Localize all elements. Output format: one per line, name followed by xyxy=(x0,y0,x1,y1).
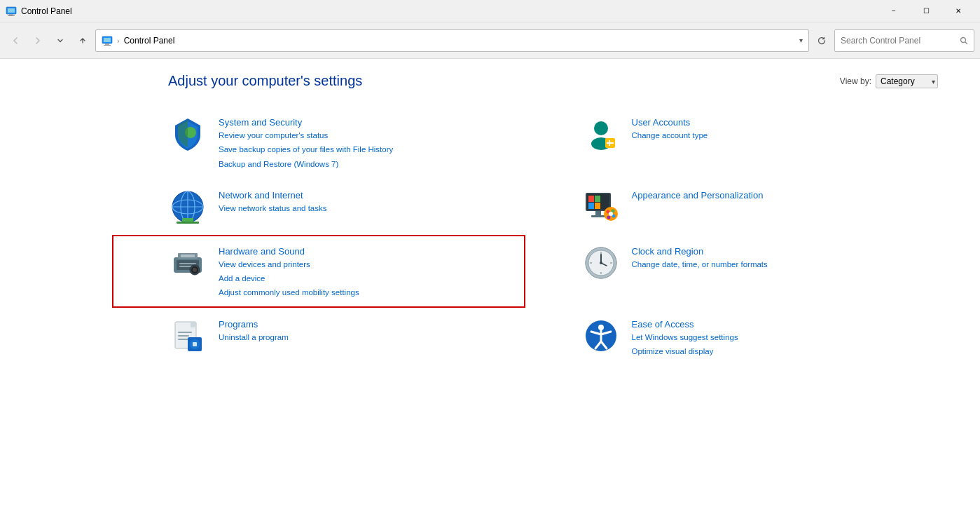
link-backup-restore[interactable]: Backup and Restore (Windows 7) xyxy=(219,158,393,170)
link-suggest-settings[interactable]: Let Windows suggest settings xyxy=(632,332,738,344)
link-change-account[interactable]: Change account type xyxy=(632,130,708,142)
view-by-label: View by: xyxy=(840,76,871,86)
restore-button[interactable]: ☐ xyxy=(910,0,942,22)
svg-rect-20 xyxy=(182,218,193,222)
appearance-text: Appearance and Personalization xyxy=(632,187,764,201)
page-title: Adjust your computer's settings xyxy=(168,73,362,89)
close-button[interactable]: ✕ xyxy=(942,0,974,22)
dropdown-button[interactable] xyxy=(50,31,70,50)
link-file-history[interactable]: Save backup copies of your files with Fi… xyxy=(219,144,393,156)
svg-point-8 xyxy=(961,37,966,42)
app-icon xyxy=(6,6,17,17)
svg-rect-41 xyxy=(181,254,195,257)
svg-rect-3 xyxy=(8,15,15,16)
user-accounts-text: User Accounts Change account type xyxy=(632,114,708,142)
category-hardware: Hardware and Sound View devices and prin… xyxy=(112,235,525,308)
link-add-device[interactable]: Add a device xyxy=(219,273,359,285)
svg-point-51 xyxy=(600,262,602,264)
forward-button[interactable] xyxy=(28,31,48,50)
address-chevron-icon[interactable]: ▾ xyxy=(799,36,803,44)
svg-rect-24 xyxy=(588,196,594,202)
link-date-time[interactable]: Change date, time, or number formats xyxy=(632,259,768,271)
svg-rect-6 xyxy=(105,43,109,45)
back-button[interactable] xyxy=(6,31,25,50)
svg-rect-29 xyxy=(591,215,605,217)
search-box[interactable] xyxy=(834,29,974,52)
svg-point-45 xyxy=(193,268,195,269)
clock-icon xyxy=(581,243,621,283)
category-user-accounts: User Accounts Change account type xyxy=(525,106,939,179)
svg-rect-14 xyxy=(609,140,610,146)
link-network-status[interactable]: View network status and tasks xyxy=(219,203,326,215)
network-icon xyxy=(168,187,207,226)
programs-icon xyxy=(168,316,207,355)
window-controls: − ☐ ✕ xyxy=(878,0,974,22)
clock-text: Clock and Region Change date, time, or n… xyxy=(632,243,768,271)
svg-rect-21 xyxy=(177,222,199,224)
svg-rect-26 xyxy=(588,203,594,209)
svg-point-34 xyxy=(607,215,610,219)
system-security-text: System and Security Review your computer… xyxy=(219,114,393,170)
address-separator: › xyxy=(117,36,120,45)
svg-rect-59 xyxy=(178,335,189,337)
network-text: Network and Internet View network status… xyxy=(219,187,326,215)
svg-rect-27 xyxy=(595,203,600,209)
category-ease: Ease of Access Let Windows suggest setti… xyxy=(525,308,939,367)
svg-rect-63 xyxy=(193,342,197,346)
category-programs: Programs Uninstall a program xyxy=(112,308,525,367)
hardware-title[interactable]: Hardware and Sound xyxy=(219,246,359,257)
programs-text: Programs Uninstall a program xyxy=(219,316,289,344)
link-review-status[interactable]: Review your computer's status xyxy=(219,130,393,142)
address-icon xyxy=(102,35,113,46)
svg-rect-57 xyxy=(191,322,196,327)
view-by-select[interactable]: Category Large icons Small icons xyxy=(876,74,938,88)
category-system-security: System and Security Review your computer… xyxy=(112,106,525,179)
link-visual-display[interactable]: Optimize visual display xyxy=(632,346,738,358)
user-accounts-title[interactable]: User Accounts xyxy=(632,117,708,128)
hardware-icon xyxy=(168,243,207,283)
svg-point-10 xyxy=(594,121,608,135)
categories-grid: System and Security Review your computer… xyxy=(0,106,980,366)
system-security-title[interactable]: System and Security xyxy=(219,117,393,128)
appearance-icon xyxy=(581,187,621,226)
link-mobility[interactable]: Adjust commonly used mobility settings xyxy=(219,287,359,299)
programs-title[interactable]: Programs xyxy=(219,319,289,330)
ease-text: Ease of Access Let Windows suggest setti… xyxy=(632,316,738,358)
ease-title[interactable]: Ease of Access xyxy=(632,319,738,330)
category-clock: Clock and Region Change date, time, or n… xyxy=(525,235,939,308)
refresh-button[interactable] xyxy=(812,31,831,50)
title-bar: Control Panel − ☐ ✕ xyxy=(0,0,980,22)
appearance-title[interactable]: Appearance and Personalization xyxy=(632,190,764,201)
svg-rect-5 xyxy=(104,38,111,42)
ease-icon xyxy=(581,316,621,355)
user-accounts-icon xyxy=(581,114,621,154)
svg-rect-38 xyxy=(179,263,196,264)
svg-rect-7 xyxy=(104,45,111,46)
main-content: Adjust your computer's settings View by:… xyxy=(0,59,980,509)
svg-rect-2 xyxy=(9,14,13,15)
system-security-icon xyxy=(168,114,207,154)
search-input[interactable] xyxy=(841,36,957,46)
category-appearance: Appearance and Personalization xyxy=(525,179,939,235)
hardware-text: Hardware and Sound View devices and prin… xyxy=(219,243,359,299)
link-uninstall[interactable]: Uninstall a program xyxy=(219,332,289,344)
svg-rect-28 xyxy=(595,211,601,215)
network-title[interactable]: Network and Internet xyxy=(219,190,326,201)
clock-title[interactable]: Clock and Region xyxy=(632,246,768,257)
window-title: Control Panel xyxy=(21,6,878,16)
svg-rect-58 xyxy=(178,332,192,333)
minimize-button[interactable]: − xyxy=(878,0,910,22)
search-icon xyxy=(960,36,968,45)
category-network: Network and Internet View network status… xyxy=(112,179,525,235)
svg-rect-25 xyxy=(595,196,600,202)
link-view-devices[interactable]: View devices and printers xyxy=(219,259,359,271)
page-title-row: Adjust your computer's settings View by:… xyxy=(0,73,980,106)
view-by-row: View by: Category Large icons Small icon… xyxy=(840,74,938,88)
address-text: Control Panel xyxy=(124,36,795,46)
address-bar: › Control Panel ▾ xyxy=(0,22,980,59)
svg-rect-1 xyxy=(8,8,15,13)
address-input[interactable]: › Control Panel ▾ xyxy=(95,29,809,52)
view-by-select-wrap[interactable]: Category Large icons Small icons xyxy=(876,74,938,88)
up-button[interactable] xyxy=(73,31,92,50)
svg-point-35 xyxy=(609,212,613,216)
